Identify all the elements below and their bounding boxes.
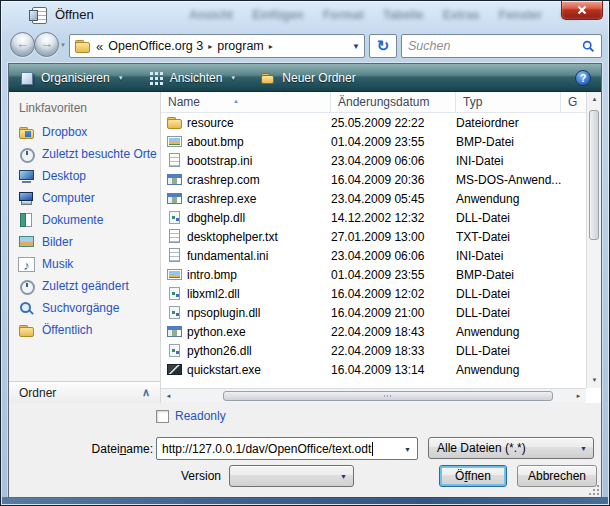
forward-button[interactable]: → — [34, 32, 59, 57]
search-box — [401, 34, 602, 58]
sidebar-item-documents[interactable]: Dokumente — [9, 209, 160, 231]
back-button[interactable]: ← — [10, 32, 35, 57]
file-date: 23.04.2009 06:06 — [331, 154, 456, 168]
file-row[interactable]: python26.dll 22.04.2009 18:33 DLL-Datei — [161, 341, 586, 360]
file-type: Anwendung — [456, 363, 561, 377]
chevron-up-icon: ∧ — [142, 386, 150, 399]
column-header-type[interactable]: Typ — [456, 92, 561, 112]
file-row[interactable]: libxml2.dll 16.04.2009 12:02 DLL-Datei — [161, 284, 586, 303]
organize-icon — [19, 70, 35, 86]
file-row[interactable]: python.exe 22.04.2009 18:43 Anwendung — [161, 322, 586, 341]
file-name: npsoplugin.dll — [187, 306, 331, 320]
file-row[interactable]: npsoplugin.dll 16.04.2009 21:00 DLL-Date… — [161, 303, 586, 322]
sidebar-item-label: Suchvorgänge — [42, 301, 119, 315]
column-header-name[interactable]: Name — [161, 92, 331, 112]
sidebar-item-label: Zuletzt besuchte Orte — [42, 147, 157, 161]
vertical-scrollbar[interactable]: ▲ ▼ — [586, 92, 601, 388]
resize-grip[interactable] — [588, 484, 599, 495]
breadcrumb-openoffice[interactable]: OpenOffice.org 3 — [108, 39, 203, 53]
scroll-right-icon[interactable]: ► — [571, 389, 586, 403]
file-row[interactable]: dbghelp.dll 14.12.2002 12:32 DLL-Datei — [161, 208, 586, 227]
cancel-button[interactable]: Abbrechen — [517, 465, 597, 487]
address-dropdown-icon[interactable]: ▼ — [352, 42, 360, 51]
readonly-checkbox[interactable] — [156, 410, 169, 423]
sidebar-item-computer[interactable]: Computer — [9, 187, 160, 209]
horizontal-scroll-thumb[interactable] — [223, 391, 553, 401]
organize-label: Organisieren — [41, 71, 110, 85]
favorites-header: Linkfavoriten — [9, 92, 160, 121]
folders-expander[interactable]: Ordner ∧ — [9, 381, 160, 403]
vertical-scroll-thumb[interactable] — [589, 110, 599, 240]
file-date: 23.04.2009 06:06 — [331, 249, 456, 263]
help-button[interactable]: ? — [575, 70, 591, 86]
application-file-icon — [166, 323, 183, 340]
file-type: BMP-Datei — [456, 135, 561, 149]
chevron-down-icon[interactable]: ▼ — [404, 445, 411, 452]
file-row[interactable]: intro.bmp 01.04.2009 23:55 BMP-Datei — [161, 265, 586, 284]
sidebar-item-music[interactable]: ♪ Musik — [9, 253, 160, 275]
scroll-up-icon[interactable]: ▲ — [587, 92, 601, 107]
chevron-down-icon: ▼ — [118, 75, 124, 81]
file-row[interactable]: fundamental.ini 23.04.2009 06:06 INI-Dat… — [161, 246, 586, 265]
views-button[interactable]: Ansichten ▼ — [148, 70, 237, 86]
horizontal-scrollbar[interactable]: ◄ ► — [161, 388, 586, 403]
new-folder-icon — [260, 70, 276, 86]
breadcrumb-overflow-icon[interactable]: « — [96, 39, 103, 54]
recent-pages-dropdown[interactable]: ▼ — [60, 42, 66, 48]
favorites-sidebar: Linkfavoriten Dropbox Zuletzt besuchte O… — [9, 92, 161, 403]
file-row[interactable]: resource 25.05.2009 22:22 Dateiordner — [161, 113, 586, 132]
breadcrumb-program[interactable]: program — [217, 39, 264, 53]
sidebar-item-desktop[interactable]: Desktop — [9, 165, 160, 187]
sidebar-item-label: Desktop — [42, 169, 86, 183]
sidebar-item-label: Zuletzt geändert — [42, 279, 129, 293]
sidebar-item-searches[interactable]: Suchvorgänge — [9, 297, 160, 319]
column-header-date[interactable]: Änderungsdatum — [331, 92, 456, 112]
quickstart-app-icon — [166, 361, 183, 378]
file-date: 01.04.2009 23:55 — [331, 268, 456, 282]
text-file-icon — [166, 247, 183, 264]
file-row[interactable]: crashrep.com 16.04.2009 20:36 MS-DOS-Anw… — [161, 170, 586, 189]
application-file-icon — [166, 190, 183, 207]
sidebar-item-public[interactable]: Öffentlich — [9, 319, 160, 341]
readonly-option[interactable]: Readonly — [156, 409, 226, 423]
new-folder-label: Neuer Ordner — [282, 71, 355, 85]
close-button[interactable] — [561, 1, 603, 20]
file-row[interactable]: quickstart.exe 16.04.2009 13:14 Anwendun… — [161, 360, 586, 379]
sidebar-item-label: Öffentlich — [42, 323, 92, 337]
sidebar-item-recent-places[interactable]: Zuletzt besuchte Orte — [9, 143, 160, 165]
file-name: python26.dll — [187, 344, 331, 358]
scroll-left-icon[interactable]: ◄ — [161, 389, 176, 403]
text-file-icon — [166, 152, 183, 169]
address-bar[interactable]: « OpenOffice.org 3 ▸ program ▸ ▼ — [69, 34, 365, 58]
refresh-button[interactable]: ↻ — [369, 34, 397, 58]
search-input[interactable] — [408, 39, 582, 53]
file-name: crashrep.com — [187, 173, 331, 187]
filetype-dropdown[interactable]: Alle Dateien (*.*) ▼ — [428, 437, 594, 459]
image-file-icon — [166, 266, 183, 283]
file-row[interactable]: crashrep.exe 23.04.2009 05:45 Anwendung — [161, 189, 586, 208]
file-row[interactable]: about.bmp 01.04.2009 23:55 BMP-Datei — [161, 132, 586, 151]
chevron-right-icon[interactable]: ▸ — [269, 42, 273, 51]
readonly-label: Readonly — [175, 409, 226, 423]
file-row[interactable]: desktophelper.txt 27.01.2009 13:00 TXT-D… — [161, 227, 586, 246]
filename-combobox[interactable]: http://127.0.0.1/dav/OpenOffice/text.odt… — [156, 437, 418, 460]
sidebar-item-dropbox[interactable]: Dropbox — [9, 121, 160, 143]
organize-button[interactable]: Organisieren ▼ — [19, 70, 124, 86]
filename-label-part: ame: — [126, 442, 153, 456]
file-date: 27.01.2009 13:00 — [331, 230, 456, 244]
new-folder-button[interactable]: Neuer Ordner — [260, 70, 355, 86]
title-bar: Öffnen — [1, 1, 609, 29]
open-button[interactable]: Öffnen — [439, 465, 507, 487]
scroll-down-icon[interactable]: ▼ — [587, 373, 601, 388]
search-icon[interactable] — [582, 40, 595, 53]
version-dropdown[interactable]: ▼ — [229, 465, 354, 487]
folder-icon — [166, 114, 183, 131]
sidebar-item-pictures[interactable]: Bilder — [9, 231, 160, 253]
sidebar-item-recently-changed[interactable]: Zuletzt geändert — [9, 275, 160, 297]
sidebar-item-label: Dropbox — [42, 125, 87, 139]
file-row[interactable]: bootstrap.ini 23.04.2009 06:06 INI-Datei — [161, 151, 586, 170]
chevron-right-icon[interactable]: ▸ — [208, 42, 212, 51]
window-title: Öffnen — [55, 7, 94, 22]
sidebar-item-label: Computer — [42, 191, 95, 205]
documents-icon — [18, 212, 35, 229]
